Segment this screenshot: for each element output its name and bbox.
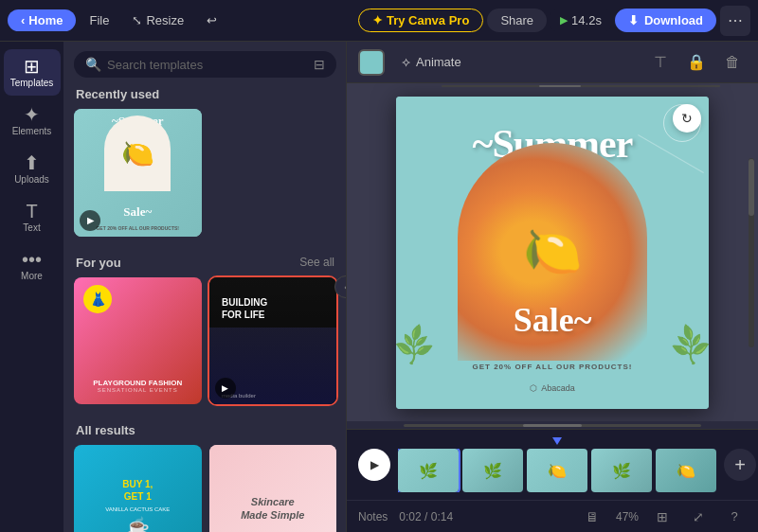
uploads-icon: ⬆ [24,153,40,172]
animate-button[interactable]: ⟡ Animate [392,50,471,74]
playhead-wrapper [398,437,716,445]
add-scene-button[interactable]: + [724,449,756,481]
undo-icon: ↩ [207,13,217,27]
sidebar-item-uploads[interactable]: ⬆ Uploads [4,146,61,192]
template-card-building[interactable]: BUILDINGFOR LIFE media builder ▶ [209,277,337,405]
fullscreen-button[interactable]: ⤢ [686,505,711,529]
for-you-label: For you [76,256,121,270]
zoom-display: 47% [616,510,639,523]
sidebar-item-text[interactable]: T Text [4,194,61,240]
toolbar-delete-button[interactable]: 🗑 [718,48,747,77]
download-icon: ⬇ [628,13,639,27]
canvas-sale-text: Sale~ [514,300,592,340]
canvas-workspace[interactable]: ✳ ~Summer 🍋 🌿 🌿 [347,83,758,421]
scrollbar-thumb[interactable] [523,424,583,427]
fullscreen-icon: ⤢ [693,509,704,524]
elements-icon: ✦ [24,105,40,124]
help-button[interactable]: ? [722,505,747,529]
topbar: ‹ Home File ⤡ Resize ↩ ✦ Try Canva Pro S… [0,0,758,42]
template-card-skincare[interactable]: SkincareMade Simple 👤 [209,445,337,532]
lock-icon: 🔒 [687,53,706,71]
home-button[interactable]: ‹ Home [8,9,76,31]
main-layout: ⊞ Templates ✦ Elements ⬆ Uploads T Text … [0,42,758,532]
monitor-icon-button[interactable]: 🖥 [580,505,605,529]
file-button[interactable]: File [80,9,118,32]
playhead [552,437,562,445]
timeline-thumb-4[interactable]: 🌿 [591,449,652,492]
search-input[interactable] [107,58,308,72]
for-you-grid: playground fashion SENSATIONAL EVENTS 👗 … [64,277,346,415]
timeline-thumb-2[interactable]: 🌿 [462,449,523,492]
canvas-offer-text: GET 20% OFF ALL OUR PRODUCTS! [396,363,709,371]
search-icon: 🔍 [85,57,101,72]
all-results-label: All results [76,423,334,437]
canvas-area: ⟡ Animate ⊤ 🔒 🗑 [347,42,758,532]
monitor-icon: 🖥 [586,509,599,524]
timeline-container: 🌿 🌿 🍋 🌿 🍋 [398,437,716,492]
filter-icon[interactable]: ⊟ [314,57,325,72]
left-leaf-decoration: 🌿 [396,322,437,368]
question-icon: ? [731,509,737,523]
timeline: ▶ 🌿 🌿 🍋 🌿 [347,429,758,500]
play-badge: ▶ [80,210,100,231]
filter-icon-2: ⊤ [654,53,667,71]
zoom-in-button[interactable]: ⊞ [650,505,675,529]
status-bar: Notes 0:02 / 0:14 🖥 47% ⊞ ⤢ ? [347,500,758,532]
share-button[interactable]: Share [487,9,547,32]
timeline-thumb-5[interactable]: 🍋 [656,449,716,492]
animate-icon: ⟡ [402,54,410,70]
toolbar-filter-button[interactable]: ⊤ [646,48,675,77]
recently-used-grid: ~Summer 🍋 Sale~ GET 20% OFF ALL OUR PROD… [64,109,346,246]
canvas-scroll-right [749,83,754,421]
canvas-scroll-top [404,83,758,89]
canvas-brand: ⬡ Abacada [396,383,709,393]
templates-panel: 🔍 ⊟ Recently used ~Summer 🍋 Sale~ GET 20… [64,42,347,532]
download-button[interactable]: ⬇ Download [615,9,716,32]
canvas-toolbar: ⟡ Animate ⊤ 🔒 🗑 [347,42,758,83]
timeline-thumb-1[interactable]: 🌿 [398,449,459,492]
more-icon: ••• [22,250,42,269]
scrollbar-track [404,424,701,427]
timeline-strip: 🌿 🌿 🍋 🌿 🍋 [398,449,716,492]
sidebar-item-more[interactable]: ••• More [4,242,61,289]
zoom-in-icon: ⊞ [657,509,668,524]
toolbar-lock-button[interactable]: 🔒 [682,48,711,77]
design-canvas[interactable]: ✳ ~Summer 🍋 🌿 🌿 [396,97,709,409]
time-display: 0:02 / 0:14 [399,510,453,523]
canvas-refresh-button[interactable]: ↻ [673,104,701,133]
canvas-container: ✳ ~Summer 🍋 🌿 🌿 [396,97,709,409]
resize-icon: ⤡ [132,13,142,27]
template-card-playground[interactable]: playground fashion SENSATIONAL EVENTS 👗 [74,277,202,405]
see-all-button[interactable]: See all [299,256,334,269]
more-options-button[interactable]: ⋯ [720,6,750,36]
sidebar-item-elements[interactable]: ✦ Elements [4,98,61,144]
try-canva-button[interactable]: ✦ Try Canva Pro [358,9,483,32]
templates-icon: ⊞ [24,57,40,76]
canvas-scrollbar-horizontal [347,421,758,429]
star-icon: ✦ [372,13,383,27]
recently-used-label: Recently used [76,87,334,101]
timeline-thumb-3[interactable]: 🍋 [527,449,587,492]
play-badge-2: ▶ [215,378,236,399]
sidebar-item-templates[interactable]: ⊞ Templates [4,49,61,96]
template-card-summer[interactable]: ~Summer 🍋 Sale~ GET 20% OFF ALL OUR PROD… [74,109,202,237]
for-you-header: For you See all [76,256,334,270]
brand-icon: ⬡ [530,383,537,393]
play-triangle-icon: ▶ [370,458,379,471]
chevron-left-icon: ‹ [21,13,25,27]
notes-button[interactable]: Notes [358,510,388,523]
text-icon: T [26,202,37,221]
all-results-grid: BUY 1,GET 1 VANILLA CACTUS CAKE ☕ Skinca… [64,445,346,532]
play-button[interactable]: ▶ [358,449,390,481]
search-bar: 🔍 ⊟ [74,51,336,78]
template-card-buy-one[interactable]: BUY 1,GET 1 VANILLA CACTUS CAKE ☕ [74,445,202,532]
right-leaf-decoration: 🌿 [668,322,709,368]
undo-button[interactable]: ↩ [197,9,226,32]
timer-badge[interactable]: ▶ 14.2s [550,9,611,31]
sidebar: ⊞ Templates ✦ Elements ⬆ Uploads T Text … [0,42,64,532]
resize-button[interactable]: ⤡ Resize [122,9,193,32]
refresh-icon: ↻ [681,111,693,126]
color-swatch[interactable] [358,49,385,76]
trash-icon: 🗑 [725,54,740,71]
play-icon: ▶ [560,14,568,27]
